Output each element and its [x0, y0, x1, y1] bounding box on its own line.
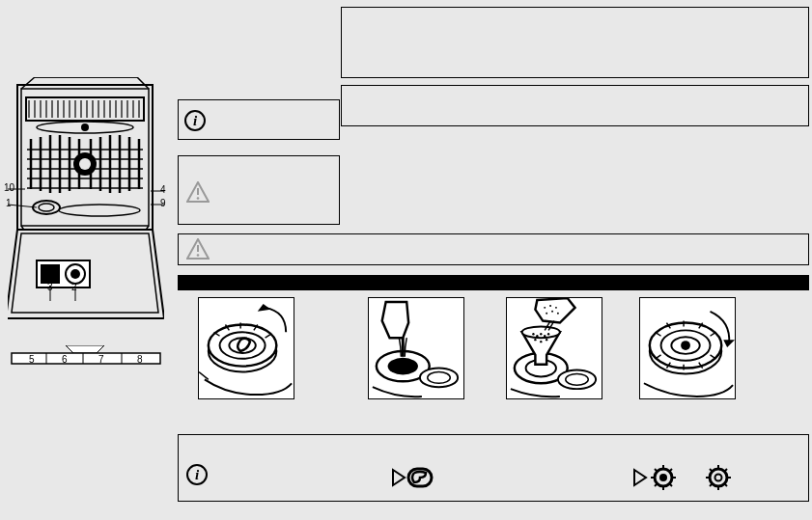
warning-icon	[186, 238, 210, 260]
warning-icon	[186, 181, 210, 203]
svg-line-120	[724, 483, 727, 486]
info-callout-box: i	[178, 99, 340, 140]
svg-rect-4	[27, 98, 143, 120]
svg-point-70	[558, 370, 596, 390]
svg-point-73	[532, 333, 534, 335]
svg-point-72	[522, 326, 560, 338]
svg-point-75	[540, 333, 542, 335]
svg-point-77	[547, 333, 549, 335]
info-box-1	[341, 7, 809, 78]
step-2-pour-water	[368, 297, 464, 399]
svg-point-34	[33, 201, 60, 214]
panel-label-8: 8	[137, 354, 143, 365]
svg-line-122	[724, 469, 727, 472]
rinse-indicator-group	[632, 464, 677, 495]
part-label-1: 1	[6, 198, 12, 208]
svg-point-52	[197, 197, 200, 200]
svg-rect-38	[41, 264, 60, 284]
warning-callout-box	[178, 155, 340, 225]
svg-point-79	[540, 341, 542, 342]
svg-line-112	[669, 469, 672, 472]
svg-point-54	[197, 254, 200, 257]
panel-label-7: 7	[98, 354, 104, 365]
svg-point-36	[59, 205, 140, 216]
svg-point-80	[546, 339, 547, 341]
control-panel-strip: 5 6 7 8	[8, 345, 164, 365]
panel-label-6: 6	[62, 354, 68, 365]
svg-line-111	[655, 483, 658, 486]
svg-point-85	[546, 313, 547, 315]
svg-line-121	[710, 483, 713, 486]
svg-point-91	[681, 341, 690, 350]
salt-indicator-icon	[391, 466, 434, 489]
svg-point-83	[555, 307, 557, 309]
svg-point-81	[544, 307, 546, 309]
step-4-screw-cap	[639, 297, 736, 399]
part-label-10: 10	[4, 182, 14, 193]
section-divider-bar	[178, 275, 809, 290]
svg-point-86	[557, 313, 559, 315]
svg-point-82	[549, 305, 551, 307]
svg-point-76	[544, 335, 546, 337]
info-icon: i	[184, 110, 206, 131]
warning-bar	[178, 233, 809, 265]
svg-point-114	[715, 475, 722, 481]
footer-info-box: i	[178, 434, 809, 502]
rinse-aid-sun-icon	[705, 464, 732, 491]
part-label-3: 3	[47, 282, 53, 292]
part-label-2: 2	[71, 282, 77, 292]
step-3-add-salt	[506, 297, 602, 399]
svg-line-119	[710, 469, 713, 472]
panel-label-5: 5	[29, 354, 35, 365]
dishwasher-svg	[8, 77, 164, 328]
svg-point-66	[420, 369, 458, 388]
svg-point-33	[79, 158, 91, 170]
right-column: i	[177, 0, 812, 520]
rinse-aid-icon-standalone	[705, 464, 732, 495]
left-column: 10 1 4 9 2 3 5 6 7 8	[0, 0, 177, 520]
rinse-indicator-play-icon	[632, 464, 677, 491]
svg-point-40	[70, 269, 80, 279]
part-label-9: 9	[160, 198, 166, 208]
dishwasher-illustration: 10 1 4 9 2 3	[8, 77, 164, 328]
svg-point-78	[534, 339, 536, 341]
info-box-2	[341, 85, 809, 126]
step-1-unscrew-cap	[198, 297, 294, 399]
svg-point-84	[551, 311, 553, 313]
svg-point-26	[81, 123, 89, 131]
part-label-4: 4	[160, 184, 166, 195]
svg-point-104	[659, 474, 667, 481]
svg-point-65	[388, 358, 418, 375]
svg-line-110	[669, 483, 672, 486]
salt-indicator-group	[391, 466, 434, 493]
svg-line-109	[655, 469, 658, 472]
svg-point-74	[536, 335, 538, 337]
info-icon: i	[186, 464, 208, 485]
